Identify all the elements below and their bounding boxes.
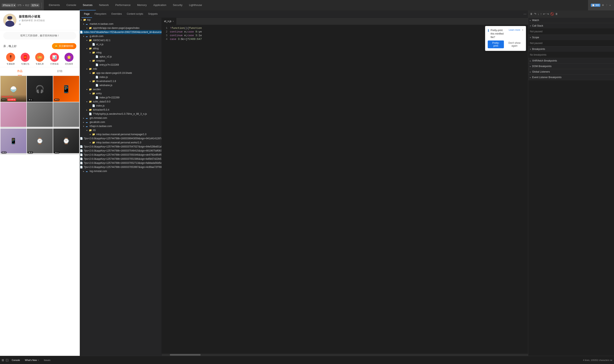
whats-new-tab[interactable]: What's New × (23, 359, 41, 361)
bottom-left-icon2[interactable]: { } (6, 358, 8, 362)
tree-secdev[interactable]: ▾ 📁 secdev (80, 87, 162, 91)
tree-jsv-home[interactable]: 📄 ?jsv=2.6.0&appKey=125744788t=160033694… (80, 136, 162, 141)
tree-jsv-w4[interactable]: 📄 ?jsv=2.6.0&appKey=125744788t=160033705… (80, 157, 162, 161)
zoom-selector[interactable]: 92% ▾ (30, 3, 40, 7)
tree-windvane-js[interactable]: 📄 windvane.js (80, 83, 162, 87)
stab-filesystem[interactable]: Filesystem (92, 11, 109, 18)
icon-tab-dabang[interactable]: 📊 打榜加成 (50, 53, 59, 65)
sources-tab-more-icon[interactable]: ⋯ (524, 13, 526, 16)
subscribe-button[interactable]: 🔔 关注解锁特权 (52, 43, 76, 49)
scope-header[interactable]: ▾ Scope (528, 35, 614, 40)
tree-entry2[interactable]: ▾ 📁 entry (80, 91, 162, 95)
image-cell-2[interactable]: 🎧 👁 0 (27, 76, 53, 102)
record-button[interactable]: ⏸ (555, 12, 558, 15)
icon-tab-hongbao[interactable]: 🧧 专属红包 (21, 53, 30, 65)
horizontal-scrollbar[interactable] (162, 354, 528, 356)
image-cell-3[interactable]: 📱 👁 0 (53, 76, 79, 102)
xhr-fetch-header[interactable]: ▸ XHR/fetch Breakpoints (528, 58, 614, 63)
image-cell-5[interactable] (27, 102, 53, 128)
settings-icon[interactable]: ⚙ (602, 4, 604, 7)
tree-top[interactable]: ▾ 📁 top (80, 18, 162, 22)
deactivate-breakpoints-button[interactable]: ↪ (547, 12, 549, 15)
breakpoints-header[interactable]: ▾ Breakpoints (528, 46, 614, 52)
console-tab[interactable]: Console (10, 359, 22, 361)
tree-jsv-w1[interactable]: 📄 ?jsv=2.6.0&appKey=125744788t=160033704… (80, 144, 162, 149)
tree-mtb[interactable]: ▾ 📁 mtb (80, 67, 162, 71)
image-cell-9[interactable]: ⌚ 👁 0 (53, 129, 79, 155)
tab-sources[interactable]: Sources (79, 0, 96, 11)
step-button[interactable]: ↩ (543, 12, 546, 15)
tab-lighthouse[interactable]: Lighthouse (186, 0, 205, 11)
tree-gw-alicdn[interactable]: ▸ ☁ gw.alicdn.com (80, 120, 162, 124)
tab-performance[interactable]: Performance (112, 0, 134, 11)
more-icon[interactable]: ⋮ (606, 4, 608, 7)
tree-index-html[interactable]: 📄 index.html?disableNav=YES&userId=20827… (80, 30, 162, 34)
bottom-left-icon[interactable]: ⊞ (2, 358, 4, 362)
stab-page[interactable]: Page (82, 11, 92, 18)
tree-log-mmstat[interactable]: ▸ ☁ log.mmstat.com (80, 169, 162, 173)
tree-oneplus[interactable]: ▾ 📁 oneplus (80, 59, 162, 63)
tree-index-js[interactable]: 📄 index.js (80, 75, 162, 79)
tab-haowu[interactable]: 好物 (40, 67, 80, 75)
tab-network[interactable]: Network (96, 0, 112, 11)
tree-lib-windvane[interactable]: ▾ 📁 lib-windvane/2.1.8 (80, 79, 162, 83)
code-content[interactable]: 1 !function(){function 2 continue e;case… (162, 25, 528, 354)
mobile-content[interactable]: 极客数码小诸葛 ✓ 数码种草官 29.8万粉丝 ✉ 瑶琴三尺胜强师，极尽世间有好… (0, 11, 80, 356)
icon-tab-tuijian[interactable]: ⭐ 优先推荐 (65, 53, 73, 65)
image-cell-7[interactable]: 📱 👁 0 (0, 129, 27, 155)
pp-close-icon[interactable]: × (522, 29, 523, 31)
tree-h5[interactable]: ▾ 📁 h5 (80, 128, 162, 132)
dont-pause-on-exceptions-button[interactable]: 🚫 (550, 12, 554, 15)
tree-mtop-works[interactable]: ▾ 📁 mtop.taobao.maserati.personal.works/… (80, 141, 162, 144)
tree-tb-tracker[interactable]: ▸ 📁 tb/tracker/5.0.4 (80, 108, 162, 112)
step-into-button[interactable]: ↓ (538, 12, 539, 15)
watch-section-header[interactable]: ▸ Watch (528, 18, 614, 23)
icon-tab-liquan[interactable]: 🎫 专属礼券 (35, 53, 44, 65)
tree-app-rax[interactable]: ▾ 📁 app-rax-daren-page1/0.19.0/web (80, 71, 162, 75)
tab-application[interactable]: Application (150, 0, 170, 11)
tree-awsc[interactable]: ▾ 📁 AWSC/et/1.62.1 (80, 38, 162, 42)
tab-zuopin[interactable]: 作品 (0, 67, 40, 75)
tree-gm-mmstat[interactable]: ▸ ☁ gm.mmstat.com (80, 116, 162, 120)
tree-entry-js[interactable]: 📄 entry.js?t=222269 (80, 63, 162, 67)
pause-resume-button[interactable]: ⏸ (530, 12, 533, 15)
tree-sufei[interactable]: ▾ 📁 sufei_data/3.9.0 (80, 100, 162, 104)
stab-overrides[interactable]: Overrides (109, 11, 124, 18)
close-tab-icon[interactable]: × (173, 20, 174, 23)
stab-content-scripts[interactable]: Content scripts (124, 11, 146, 18)
tree-alilog[interactable]: ▾ 📁 alilog (80, 46, 162, 51)
image-cell-1[interactable]: 🍚 冲泡米饭系列4 4.9 1 8分钟即享 (0, 76, 27, 102)
dom-breakpoints-header[interactable]: ▸ DOM Breakpoints (528, 64, 614, 69)
file-tree[interactable]: ▾ 📁 top ▾ ☁ market.m.taobao.com ▾ 📁 app/ (80, 18, 162, 356)
tab-elements[interactable]: Elements (45, 0, 63, 11)
step-out-button[interactable]: ↑ (540, 12, 542, 15)
tree-xxlly[interactable]: 📄 ??xlly/spl/rp.js,secdev/nsv/1.0.78/ns_… (80, 112, 162, 116)
tree-jsv-w2[interactable]: 📄 ?jsv=2.6.0&appKey=125744788t=160033704… (80, 149, 162, 153)
event-listener-breakpoints-header[interactable]: ▸ Event Listener Breakpoints (528, 75, 614, 80)
learn-more-link[interactable]: Learn more (509, 29, 520, 31)
tree-et-n-js[interactable]: 📄 et_n.js (80, 42, 162, 46)
step-over-button[interactable]: ↷ (534, 12, 536, 15)
issues-tab[interactable]: Issues (42, 359, 52, 361)
tab-console[interactable]: Console (63, 0, 79, 11)
tree-jsv-w5[interactable]: 📄 ?jsv=2.6.0&appKey=125744788t=160033705… (80, 161, 162, 165)
stab-snippets[interactable]: Snippets (146, 11, 160, 18)
pretty-print-button[interactable]: Pretty-print (488, 40, 504, 48)
tab-memory[interactable]: Memory (134, 0, 150, 11)
tree-jsv-w3[interactable]: 📄 ?jsv=2.6.0&appKey=125744788t=160033705… (80, 153, 162, 157)
tree-index-js2[interactable]: 📄 index.js (80, 104, 162, 108)
image-cell-6[interactable] (53, 102, 79, 128)
tab-security[interactable]: Security (170, 0, 186, 11)
call-stack-header[interactable]: ▾ Call Stack (528, 23, 614, 28)
tree-h5api[interactable]: ▾ ☁ h5api.m.taobao.com (80, 124, 162, 128)
icon-tab-mingpai[interactable]: 🎖 专属铭牌 (6, 53, 15, 65)
image-cell-8[interactable]: ⌚ 👁 0 (27, 129, 53, 155)
close-icon[interactable]: × (610, 4, 611, 7)
code-editor-tab-et-n-js[interactable]: et_n.js × (162, 18, 177, 25)
dont-show-again-button[interactable]: Don't show again (505, 41, 523, 47)
global-listeners-header[interactable]: ▸ Global Listeners (528, 69, 614, 74)
tree-index-js-t[interactable]: 📄 index.js?t=222269 (80, 95, 162, 100)
tree-g-alicdn[interactable]: ▾ ☁ g.alicdn.com (80, 34, 162, 38)
tree-jsv-w6[interactable]: 📄 ?jsv=2.6.0&appKey=125744788t=160033705… (80, 165, 162, 169)
tree-app-mtb[interactable]: ▾ 📁 app/mtb/app-rax-daren-page1/pages/in… (80, 26, 162, 30)
